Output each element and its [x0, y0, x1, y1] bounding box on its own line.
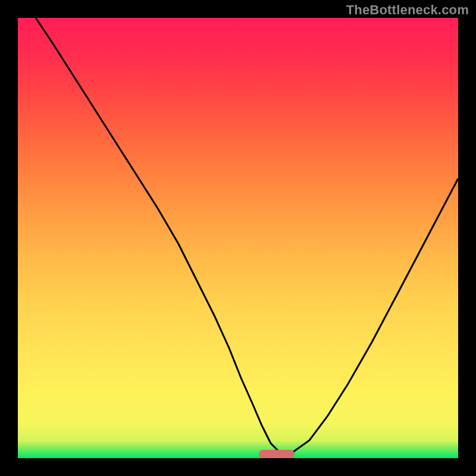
minimum-marker — [259, 450, 295, 458]
watermark-text: TheBottleneck.com — [346, 2, 469, 18]
curve-svg — [18, 18, 458, 458]
plot-area — [18, 18, 458, 458]
chart-frame: TheBottleneck.com — [0, 0, 476, 476]
bottleneck-curve — [36, 18, 458, 452]
